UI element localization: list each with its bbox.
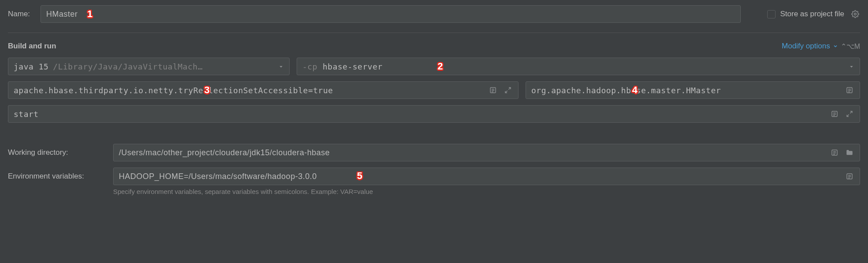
list-icon[interactable] xyxy=(830,148,839,157)
classpath-select[interactable]: -cp hbase-server 2 xyxy=(297,58,860,75)
svg-marker-2 xyxy=(850,66,853,67)
vm-options-input[interactable]: apache.hbase.thirdparty.io.netty.tryRefl… xyxy=(8,81,519,99)
store-as-project-file-checkbox[interactable]: Store as project file xyxy=(767,10,844,18)
section-title-build-run: Build and run xyxy=(8,42,56,51)
jdk-prefix: java 15 xyxy=(14,62,48,71)
env-label: Environment variables: xyxy=(8,172,107,181)
classpath-value: hbase-server xyxy=(323,62,383,71)
main-class-input[interactable]: org.apache.hadoop.hbase.master.HMaster 4 xyxy=(526,81,860,99)
list-icon[interactable] xyxy=(845,172,854,181)
expand-icon[interactable] xyxy=(503,85,513,95)
svg-line-17 xyxy=(850,111,852,113)
modify-options-link[interactable]: Modify options xyxy=(782,42,838,51)
workdir-label: Working directory: xyxy=(8,148,107,157)
program-args-value: start xyxy=(14,110,39,119)
modify-options-label: Modify options xyxy=(782,42,830,51)
svg-line-18 xyxy=(847,114,849,117)
list-icon[interactable] xyxy=(488,85,498,95)
chevron-down-icon xyxy=(278,64,284,69)
gear-icon[interactable] xyxy=(850,9,860,19)
modify-options-shortcut: ⌃⌥M xyxy=(841,42,860,51)
separator xyxy=(8,33,860,33)
name-label: Name: xyxy=(8,10,30,18)
svg-line-7 xyxy=(508,88,511,90)
env-hint: Specify environment variables, separate … xyxy=(113,188,860,195)
name-input[interactable]: HMaster 1 xyxy=(40,5,741,23)
vm-options-value: apache.hbase.thirdparty.io.netty.tryRefl… xyxy=(14,86,333,95)
workdir-value: /Users/mac/other_project/cloudera/jdk15/… xyxy=(119,148,330,157)
jdk-select[interactable]: java 15 /Library/Java/JavaVirtualMach… xyxy=(8,58,290,75)
callout-marker-2: 2 xyxy=(434,60,447,73)
classpath-prefix: -cp xyxy=(302,62,317,71)
workdir-input[interactable]: /Users/mac/other_project/cloudera/jdk15/… xyxy=(113,144,860,161)
store-label: Store as project file xyxy=(780,10,844,18)
expand-icon[interactable] xyxy=(845,109,854,119)
checkbox-icon xyxy=(767,10,776,18)
svg-marker-1 xyxy=(280,66,283,67)
folder-icon[interactable] xyxy=(845,148,854,157)
list-icon[interactable] xyxy=(845,85,854,95)
env-value: HADOOP_HOME=/Users/mac/software/hadoop-3… xyxy=(119,172,317,181)
chevron-down-icon xyxy=(849,64,854,69)
callout-marker-5: 5 xyxy=(353,169,366,183)
svg-line-8 xyxy=(505,91,508,93)
env-input[interactable]: HADOOP_HOME=/Users/mac/software/hadoop-3… xyxy=(113,168,860,185)
svg-point-0 xyxy=(854,13,857,15)
chevron-down-icon xyxy=(833,44,838,49)
name-value: HMaster xyxy=(46,10,78,19)
list-icon[interactable] xyxy=(830,109,839,119)
main-class-value: org.apache.hadoop.hbase.master.HMaster xyxy=(531,86,721,95)
jdk-path: /Library/Java/JavaVirtualMach… xyxy=(53,62,202,71)
callout-marker-1: 1 xyxy=(83,7,96,21)
program-args-input[interactable]: start xyxy=(8,105,860,123)
